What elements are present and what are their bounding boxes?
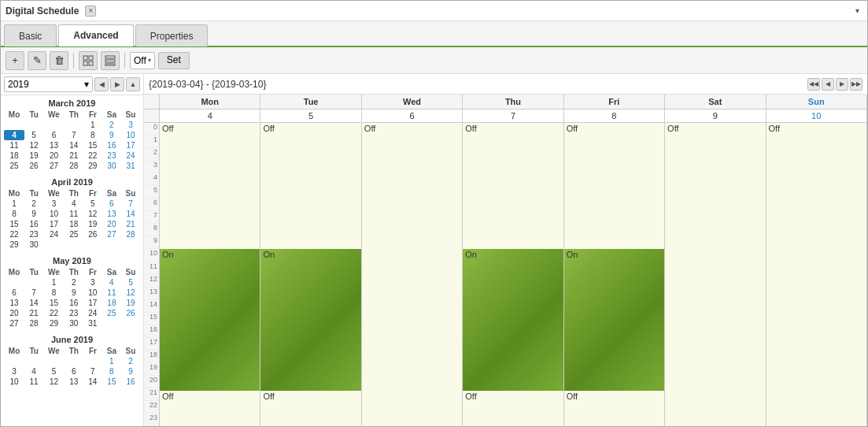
- calendar-day[interactable]: 19: [83, 219, 102, 229]
- prev-year-button[interactable]: ◀: [94, 77, 109, 91]
- calendar-day[interactable]: [24, 120, 43, 130]
- calendar-day[interactable]: 13: [65, 377, 83, 387]
- calendar-day[interactable]: 17: [43, 219, 65, 229]
- day-columns[interactable]: OffOnOffOffOnOffOffOffOnOffOffOnOffOffOf…: [160, 123, 867, 426]
- calendar-day[interactable]: 15: [43, 298, 65, 308]
- event-on[interactable]: On: [260, 249, 360, 391]
- calendar-day[interactable]: 30: [102, 161, 121, 171]
- calendar-day[interactable]: 3: [43, 199, 65, 209]
- calendar-day[interactable]: 9: [24, 209, 43, 219]
- calendar-day[interactable]: 8: [43, 288, 65, 298]
- tab-basic[interactable]: Basic: [4, 24, 57, 46]
- calendar-day[interactable]: [121, 239, 140, 250]
- calendar-day[interactable]: [4, 120, 24, 130]
- calendar-day[interactable]: 10: [4, 377, 24, 387]
- calendar-day[interactable]: 4: [24, 366, 43, 377]
- calendar-day[interactable]: 31: [121, 161, 140, 171]
- calendar-day[interactable]: 8: [83, 130, 102, 140]
- calendar-day[interactable]: 6: [65, 366, 83, 377]
- day-column-1[interactable]: OffOnOff: [260, 123, 361, 426]
- calendar-day[interactable]: 28: [24, 318, 43, 329]
- calendar-day[interactable]: 3: [121, 120, 140, 130]
- calendar-day[interactable]: 4: [65, 199, 83, 209]
- calendar-day[interactable]: 11: [65, 209, 83, 219]
- calendar-day[interactable]: 1: [102, 356, 121, 366]
- calendar-day[interactable]: [65, 120, 83, 130]
- calendar-day[interactable]: 15: [102, 377, 121, 387]
- calendar-day[interactable]: [102, 239, 121, 250]
- range-first-button[interactable]: ◀◀: [807, 78, 820, 91]
- calendar-day[interactable]: 6: [4, 288, 24, 298]
- next-year-button[interactable]: ▶: [110, 77, 124, 91]
- range-last-button[interactable]: ▶▶: [850, 78, 862, 91]
- calendar-day[interactable]: 7: [121, 199, 140, 209]
- calendar-day[interactable]: 24: [121, 150, 140, 161]
- calendar-day[interactable]: 28: [65, 161, 83, 171]
- calendar-day[interactable]: 16: [65, 298, 83, 308]
- calendar-day[interactable]: 8: [102, 366, 121, 377]
- event-on[interactable]: On: [564, 249, 664, 391]
- calendar-day[interactable]: 27: [4, 318, 24, 329]
- calendar-day[interactable]: 27: [102, 229, 121, 239]
- calendar-day[interactable]: 8: [4, 209, 24, 219]
- calendar-day[interactable]: 4: [102, 277, 121, 288]
- calendar-day[interactable]: 11: [24, 377, 43, 387]
- calendar-day[interactable]: 26: [121, 308, 140, 318]
- calendar-day[interactable]: 5: [43, 366, 65, 377]
- calendar-day[interactable]: 17: [121, 140, 140, 150]
- event-off[interactable]: Off: [160, 123, 260, 249]
- calendar-day[interactable]: 10: [83, 288, 102, 298]
- range-prev-button[interactable]: ◀: [822, 78, 834, 91]
- calendar-day[interactable]: 27: [43, 161, 65, 171]
- year-dropdown[interactable]: 2019 ▾: [4, 76, 93, 92]
- calendar-day[interactable]: 1: [43, 277, 65, 288]
- scroll-up-button[interactable]: ▲: [126, 77, 140, 91]
- day-column-6[interactable]: Off: [766, 123, 867, 426]
- calendar-day[interactable]: 11: [4, 140, 24, 150]
- calendar-day[interactable]: [24, 277, 43, 288]
- event-off[interactable]: Off: [463, 391, 563, 426]
- calendar-day[interactable]: 30: [65, 318, 83, 329]
- calendar-day[interactable]: [43, 120, 65, 130]
- calendar-day[interactable]: [65, 239, 83, 250]
- calendar-day[interactable]: 11: [102, 288, 121, 298]
- add-button[interactable]: +: [6, 51, 24, 70]
- event-off[interactable]: Off: [260, 123, 360, 249]
- calendar-day[interactable]: 30: [24, 239, 43, 250]
- event-off[interactable]: Off: [766, 123, 866, 426]
- event-on[interactable]: On: [463, 249, 563, 391]
- calendar-day[interactable]: 2: [102, 120, 121, 130]
- calendar-day[interactable]: 13: [43, 140, 65, 150]
- calendar-day[interactable]: 5: [24, 130, 43, 140]
- calendar-day[interactable]: 28: [121, 229, 140, 239]
- calendar-day[interactable]: 14: [24, 298, 43, 308]
- calendar-day[interactable]: 26: [83, 229, 102, 239]
- calendar-day[interactable]: 7: [65, 130, 83, 140]
- set-button[interactable]: Set: [158, 52, 190, 69]
- day-column-5[interactable]: Off: [665, 123, 766, 426]
- calendar-day[interactable]: 23: [65, 308, 83, 318]
- event-off[interactable]: Off: [160, 391, 260, 426]
- window-dropdown[interactable]: ▾: [851, 6, 862, 17]
- view2-button[interactable]: [101, 51, 120, 70]
- calendar-day[interactable]: 7: [24, 288, 43, 298]
- calendar-day[interactable]: [83, 239, 102, 250]
- day-column-2[interactable]: Off: [362, 123, 463, 426]
- tab-advanced[interactable]: Advanced: [58, 24, 133, 46]
- calendar-day[interactable]: 20: [102, 219, 121, 229]
- calendar-day[interactable]: 12: [121, 288, 140, 298]
- calendar-day[interactable]: 12: [43, 377, 65, 387]
- calendar-day[interactable]: 18: [65, 219, 83, 229]
- edit-button[interactable]: ✎: [28, 51, 46, 70]
- day-column-4[interactable]: OffOnOff: [564, 123, 665, 426]
- calendar-day[interactable]: 10: [121, 130, 140, 140]
- calendar-day[interactable]: 24: [43, 229, 65, 239]
- calendar-day[interactable]: 3: [83, 277, 102, 288]
- view1-button[interactable]: [79, 51, 98, 70]
- calendar-day[interactable]: 14: [65, 140, 83, 150]
- event-off[interactable]: Off: [260, 391, 360, 426]
- calendar-day[interactable]: 18: [102, 298, 121, 308]
- calendar-day[interactable]: [4, 277, 24, 288]
- calendar-day[interactable]: 22: [43, 308, 65, 318]
- calendar-day[interactable]: 14: [83, 377, 102, 387]
